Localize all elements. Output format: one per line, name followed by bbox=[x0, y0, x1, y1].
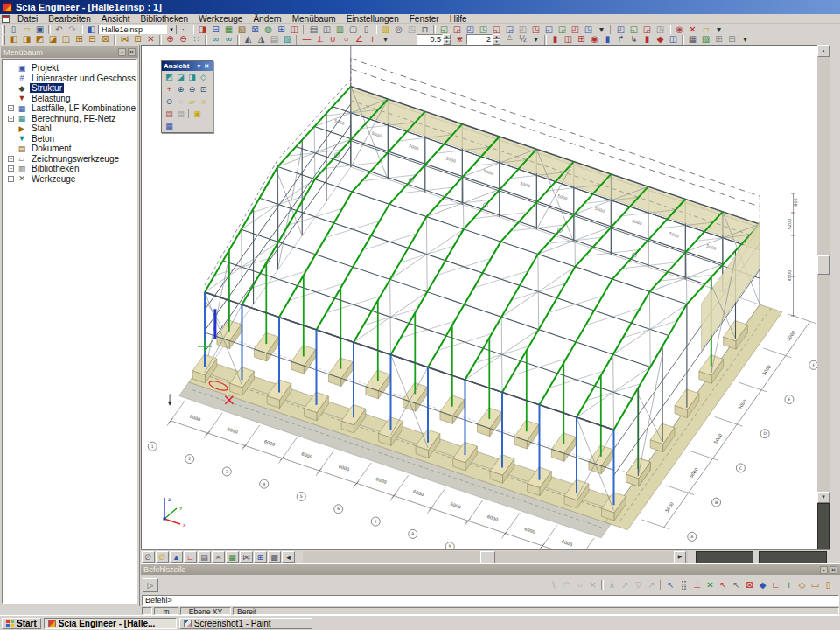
grid-snap-icon[interactable]: ⣿ bbox=[677, 580, 690, 591]
render-settings-icon[interactable]: ≍ bbox=[212, 551, 225, 563]
close-icon[interactable]: ✕ bbox=[830, 566, 837, 574]
snap-line-icon[interactable]: ∖ bbox=[547, 580, 560, 591]
snap-tangent-icon[interactable]: ≀ bbox=[782, 580, 795, 591]
extend-icon[interactable]: ⊠ bbox=[99, 34, 112, 45]
menubaum-panel-header[interactable]: Menübaum ▪ ✕ bbox=[1, 46, 138, 58]
layer-lock-icon[interactable]: ◱ bbox=[490, 24, 503, 35]
scale-factor-spinner[interactable]: 2 bbox=[466, 34, 493, 45]
layer-merge-icon[interactable]: ◲ bbox=[503, 24, 516, 35]
light-icon[interactable]: ☼ bbox=[198, 96, 209, 107]
layer-none-icon[interactable]: ◰ bbox=[569, 24, 582, 35]
project-settings-icon[interactable]: ◨ bbox=[196, 24, 209, 35]
snap-circle-icon[interactable]: ○ bbox=[573, 580, 586, 591]
disconnect-icon[interactable]: ▮ bbox=[640, 34, 654, 45]
clip-box-icon[interactable]: ▱ bbox=[186, 96, 198, 107]
send-back-icon[interactable]: ⊖ bbox=[177, 34, 190, 45]
trim-icon[interactable]: ⊟ bbox=[86, 34, 99, 45]
folder-plus-icon[interactable]: ▱ bbox=[699, 24, 712, 35]
search-add-icon[interactable]: ◭ bbox=[242, 34, 255, 45]
join-icon[interactable]: ⊡ bbox=[131, 34, 144, 45]
vertical-scroll-thumb[interactable] bbox=[817, 256, 830, 275]
palette-icon[interactable]: ▨ bbox=[281, 34, 294, 45]
taskbar-task[interactable]: Scia Engineer - [Halle... bbox=[44, 618, 177, 629]
docked-panel-tab[interactable] bbox=[696, 551, 753, 564]
render-mode-icon[interactable]: ▣ bbox=[192, 108, 203, 119]
sidebar-item-bibliotheken[interactable]: +▥Bibliotheken bbox=[3, 164, 136, 174]
zoom-factor-spinner[interactable]: 0.5 bbox=[416, 34, 443, 45]
member-labels-icon[interactable]: ∟ bbox=[184, 551, 197, 563]
pin-icon[interactable]: ▪ bbox=[820, 566, 828, 574]
image-export-icon[interactable]: ▥ bbox=[333, 24, 346, 35]
start-button[interactable]: Start bbox=[2, 618, 41, 629]
scroll-up-icon[interactable]: ▲ bbox=[817, 46, 830, 57]
child-window-icon[interactable] bbox=[2, 15, 10, 23]
menu-item-fenster[interactable]: Fenster bbox=[404, 14, 444, 24]
rotate-icon[interactable]: ◪ bbox=[46, 34, 60, 45]
snap-vector-icon[interactable]: ↗ bbox=[645, 580, 658, 591]
connect-icon[interactable]: ↳ bbox=[627, 34, 640, 45]
view-front-icon[interactable]: ◪ bbox=[175, 72, 186, 82]
ansicht-toolbar[interactable]: Ansicht ▾ ✕ ◩◪◨◇+⊕⊖⊡⊙◌▱☼▤▤▣▦ bbox=[161, 60, 214, 133]
snap-mid-icon[interactable]: ↖ bbox=[730, 580, 743, 591]
view-3d-icon[interactable]: ▦ bbox=[164, 121, 175, 131]
page-setup-icon[interactable]: ▯ bbox=[360, 24, 373, 35]
new-project-icon[interactable]: ▯ bbox=[7, 24, 20, 35]
menu-item-hilfe[interactable]: Hilfe bbox=[444, 14, 472, 24]
image-save-icon[interactable]: ▤ bbox=[164, 108, 175, 119]
undo-icon[interactable]: ↶ bbox=[52, 24, 66, 35]
document-icon[interactable]: ▢ bbox=[346, 24, 360, 35]
member-check-icon[interactable]: ◆ bbox=[654, 34, 667, 45]
window-new-icon[interactable]: ⊞ bbox=[275, 24, 288, 35]
line-tool-icon[interactable]: — bbox=[300, 34, 313, 45]
snap-arc-icon[interactable]: ◠ bbox=[560, 580, 573, 591]
member-insert-icon[interactable]: ▮ bbox=[549, 34, 562, 45]
run-command-icon[interactable]: ▷ bbox=[143, 578, 158, 592]
layer-up-icon[interactable]: ◳ bbox=[529, 24, 542, 35]
snap-cross-icon[interactable]: ✕ bbox=[704, 580, 717, 591]
menu-item-ndern[interactable]: Ändern bbox=[248, 14, 286, 24]
layer-view-icon[interactable]: ◳ bbox=[477, 24, 490, 35]
redo-icon[interactable]: ↷ bbox=[66, 24, 79, 35]
horizontal-scroll-track[interactable] bbox=[303, 551, 688, 564]
model-3d[interactable]: 6000600060006000600060006000600060006000… bbox=[142, 46, 817, 550]
wireframe-icon[interactable]: ∅ bbox=[142, 551, 155, 563]
scale-tool-icon[interactable]: ≙ bbox=[503, 34, 516, 45]
doc-gen-icon[interactable]: ⊟ bbox=[725, 34, 738, 45]
project-combo-dropdown-icon[interactable]: ▾ bbox=[166, 24, 177, 35]
menu-item-menbaum[interactable]: Menübaum bbox=[287, 14, 341, 24]
select-pair-icon[interactable]: ∞ bbox=[209, 34, 222, 45]
zoom-document-icon[interactable]: ◎ bbox=[392, 24, 405, 35]
menu-item-ansicht[interactable]: Ansicht bbox=[96, 14, 136, 24]
scale-factor-spinner-arrows[interactable]: ▲▼ bbox=[493, 34, 500, 45]
snap-node-icon[interactable]: ↖ bbox=[717, 580, 730, 591]
print-preview-icon[interactable]: ◫ bbox=[320, 24, 333, 35]
status-plane[interactable]: Ebene XY bbox=[180, 607, 231, 615]
paste-icon[interactable]: ▨ bbox=[379, 24, 392, 35]
member-info-icon[interactable]: ◫ bbox=[667, 34, 680, 45]
mirror-icon[interactable]: ◫ bbox=[60, 34, 73, 45]
load-apply-icon[interactable]: ↱ bbox=[614, 34, 627, 45]
scroll-right-icon[interactable]: ▶ bbox=[674, 551, 686, 564]
member-divide-icon[interactable]: ◫ bbox=[562, 34, 575, 45]
bring-front-icon[interactable]: ⊕ bbox=[164, 34, 177, 45]
snap-angle-icon[interactable]: ⋇ bbox=[453, 34, 466, 45]
snap-direction-icon[interactable]: ↗ bbox=[619, 580, 632, 591]
befehlszeile-header[interactable]: Befehlszeile ▪ ✕ bbox=[141, 564, 840, 575]
close-window-icon[interactable]: ◧ bbox=[85, 24, 98, 35]
window-tile-vert-icon[interactable]: ◲ bbox=[640, 24, 654, 35]
picture-icon[interactable]: ▧ bbox=[235, 24, 248, 35]
zoom-in-icon[interactable]: ⊕ bbox=[175, 84, 186, 94]
chevron-down-icon[interactable]: ▾ bbox=[196, 62, 203, 70]
layer-down-icon[interactable]: ◱ bbox=[542, 24, 556, 35]
surfaces-icon[interactable]: ▤ bbox=[198, 551, 211, 563]
menu-item-einstellungen[interactable]: Einstellungen bbox=[341, 14, 404, 24]
snap-raster-icon[interactable]: ▭ bbox=[808, 580, 822, 591]
supports-view-icon[interactable]: ⋈ bbox=[240, 551, 253, 563]
perpendicular-tool-icon[interactable]: ⊥ bbox=[313, 34, 326, 45]
break-icon[interactable]: ⋈ bbox=[118, 34, 131, 45]
project-combo[interactable]: Halle1einsp bbox=[98, 24, 166, 35]
menu-item-werkzeuge[interactable]: Werkzeuge bbox=[193, 14, 248, 24]
sidebar-item-lastfllelfkombinationen[interactable]: +▦Lastfälle, LF-Kombinationen bbox=[3, 103, 136, 114]
image-copy-icon[interactable]: ▤ bbox=[175, 108, 186, 119]
cursor-snap-icon[interactable]: ↖ bbox=[664, 580, 677, 591]
